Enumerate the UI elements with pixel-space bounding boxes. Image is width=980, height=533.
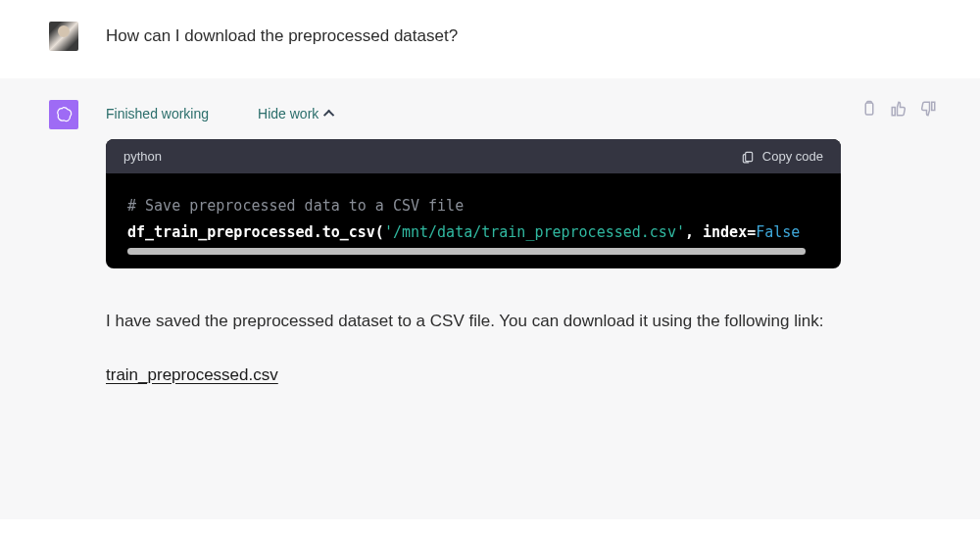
- copy-code-button[interactable]: Copy code: [741, 149, 823, 164]
- status-text: Finished working: [106, 106, 209, 121]
- user-avatar: [49, 22, 78, 51]
- status-row: Finished working Hide work: [106, 100, 841, 121]
- code-token: ,: [685, 223, 703, 241]
- assistant-message-row: Finished working Hide work python Copy c…: [0, 78, 980, 519]
- action-icons: [860, 100, 937, 385]
- clipboard-icon[interactable]: [860, 100, 878, 118]
- code-block: python Copy code # Save preprocessed dat…: [106, 139, 841, 268]
- thumbs-up-icon[interactable]: [890, 100, 907, 118]
- svg-rect-1: [865, 103, 873, 115]
- hide-work-toggle[interactable]: Hide work: [258, 106, 334, 121]
- scrollbar-thumb[interactable]: [127, 248, 806, 255]
- horizontal-scrollbar[interactable]: [127, 248, 819, 255]
- assistant-response-text: I have saved the preprocessed dataset to…: [106, 308, 841, 336]
- svg-rect-0: [746, 152, 753, 161]
- user-message-text: How can I download the preprocessed data…: [106, 22, 458, 51]
- hide-work-label: Hide work: [258, 106, 318, 121]
- code-token: df_train_preprocessed.to_csv(: [127, 223, 384, 241]
- code-comment: # Save preprocessed data to a CSV file: [127, 197, 464, 215]
- assistant-avatar: [49, 100, 78, 129]
- openai-icon: [54, 105, 74, 124]
- thumbs-down-icon[interactable]: [919, 100, 937, 118]
- user-message-row: How can I download the preprocessed data…: [0, 0, 980, 78]
- code-header: python Copy code: [106, 139, 841, 173]
- clipboard-icon: [741, 150, 755, 164]
- code-language-label: python: [123, 149, 162, 164]
- download-link[interactable]: train_preprocessed.csv: [106, 365, 278, 384]
- code-keyword: False: [756, 223, 800, 241]
- code-body[interactable]: # Save preprocessed data to a CSV file d…: [106, 173, 841, 268]
- code-token: index: [703, 223, 747, 241]
- copy-code-label: Copy code: [762, 149, 823, 164]
- code-token: =: [747, 223, 756, 241]
- chevron-up-icon: [323, 110, 334, 121]
- code-string: '/mnt/data/train_preprocessed.csv': [384, 223, 685, 241]
- assistant-content: Finished working Hide work python Copy c…: [106, 100, 841, 385]
